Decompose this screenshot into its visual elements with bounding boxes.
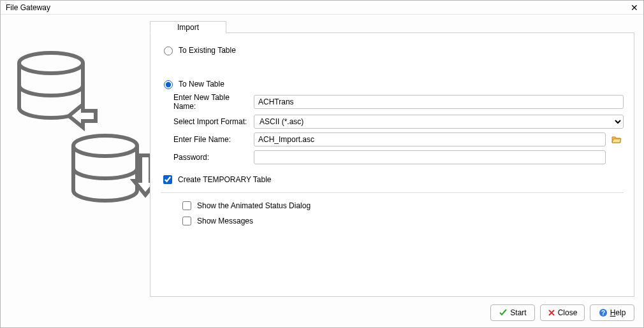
x-icon (548, 309, 555, 317)
row-import-format: Select Import Format: ASCII (*.asc) (161, 115, 624, 129)
divider (161, 192, 624, 193)
label-animated-status: Show the Animated Status Dialog (197, 201, 311, 210)
radio-new-table[interactable]: To New Table (161, 78, 624, 89)
import-panel: Import To Existing Table To New Table En… (150, 21, 634, 297)
database-transfer-illustration (10, 21, 150, 297)
row-table-name: Enter New Table Name: (161, 93, 624, 111)
label-show-messages: Show Messages (197, 217, 253, 225)
content-area: Import To Existing Table To New Table En… (1, 15, 643, 301)
folder-open-icon (611, 135, 622, 144)
label-table-name: Enter New Table Name: (161, 93, 250, 111)
label-file-name: Enter File Name: (161, 135, 250, 144)
checkbox-temporary-table-row[interactable]: Create TEMPORARY Table (161, 173, 624, 186)
input-table-name[interactable] (254, 95, 624, 109)
tab-frame: To Existing Table To New Table Enter New… (150, 32, 634, 297)
check-icon (499, 308, 508, 317)
tab-import[interactable]: Import (150, 21, 226, 34)
label-temporary-table: Create TEMPORARY Table (178, 175, 272, 184)
close-button[interactable]: Close (540, 304, 585, 321)
close-label: Close (558, 308, 578, 317)
svg-text:?: ? (601, 310, 605, 317)
radio-new-label: To New Table (179, 80, 224, 89)
checkbox-temporary-table[interactable] (163, 175, 172, 184)
radio-existing-label: To Existing Table (179, 46, 236, 55)
help-icon: ? (599, 308, 608, 317)
radio-new-input[interactable] (164, 80, 173, 89)
radio-existing-table[interactable]: To Existing Table (161, 45, 624, 55)
label-password: Password: (161, 153, 250, 162)
checkbox-animated-status[interactable] (182, 201, 191, 210)
checkbox-show-messages-row[interactable]: Show Messages (180, 215, 624, 227)
browse-file-button[interactable] (610, 133, 624, 146)
svg-point-1 (73, 136, 137, 156)
start-label: Start (510, 308, 526, 317)
start-button[interactable]: Start (490, 304, 535, 321)
tab-label: Import (177, 23, 199, 32)
help-label: Help (610, 308, 626, 317)
checkbox-show-messages[interactable] (182, 217, 191, 225)
titlebar: File Gateway ✕ (1, 1, 643, 15)
help-button[interactable]: ? Help (590, 304, 634, 321)
radio-existing-input[interactable] (164, 46, 173, 55)
input-file-name[interactable] (254, 132, 606, 146)
row-password: Password: (161, 150, 624, 164)
db-arrows-icon (10, 50, 150, 216)
select-import-format[interactable]: ASCII (*.asc) (254, 115, 624, 129)
svg-point-0 (19, 53, 83, 73)
label-import-format: Select Import Format: (161, 117, 250, 126)
checkbox-animated-status-row[interactable]: Show the Animated Status Dialog (180, 199, 624, 212)
footer-buttons: Start Close ? Help (1, 301, 643, 327)
file-gateway-window: File Gateway ✕ (0, 0, 644, 328)
window-title: File Gateway (6, 3, 50, 12)
input-password[interactable] (254, 150, 606, 164)
row-file-name: Enter File Name: (161, 132, 624, 146)
close-icon[interactable]: ✕ (629, 3, 640, 13)
